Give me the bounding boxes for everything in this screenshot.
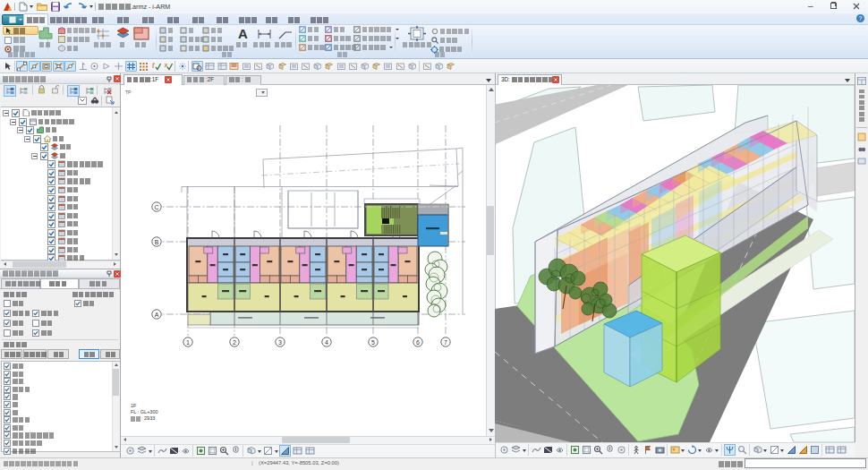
svg-text:B: B (155, 239, 159, 245)
svg-text:3: 3 (278, 339, 282, 346)
svg-text:5: 5 (371, 339, 375, 346)
svg-text:7: 7 (444, 339, 447, 346)
svg-text:4: 4 (325, 339, 328, 346)
svg-text:C: C (154, 204, 158, 210)
svg-text:1: 1 (186, 339, 190, 346)
svg-text:2: 2 (233, 339, 236, 346)
svg-text:6: 6 (416, 339, 420, 346)
svg-text:A: A (155, 312, 159, 318)
